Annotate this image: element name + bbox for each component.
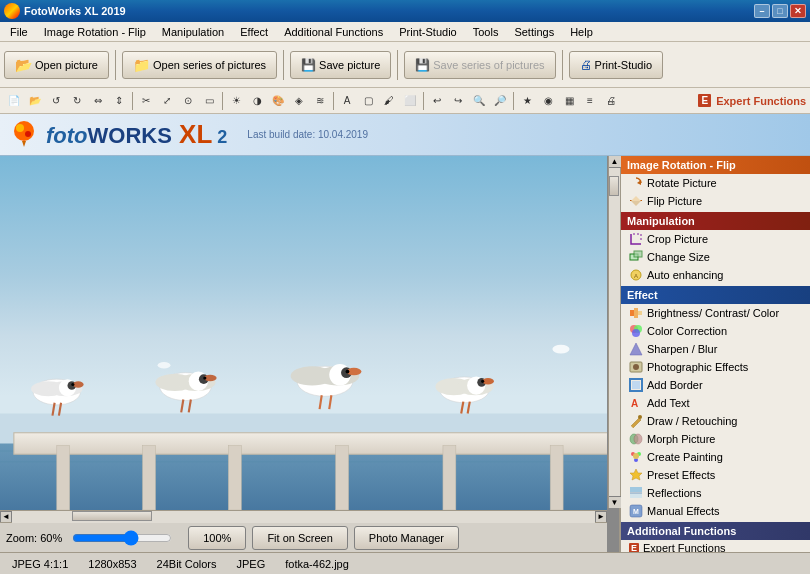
bottom-controls: Zoom: 60% 100% Fit on Screen Photo Manag…: [0, 522, 607, 552]
panel-item-create-painting[interactable]: Create Painting: [621, 448, 810, 466]
panel-item-crop-picture[interactable]: Crop Picture: [621, 230, 810, 248]
brightness-label: Brightness/ Contrast/ Color: [647, 307, 779, 319]
maximize-button[interactable]: □: [772, 4, 788, 18]
scroll-down-button[interactable]: ▼: [609, 496, 621, 508]
tb-batch-icon[interactable]: ≡: [580, 91, 600, 111]
menu-effect[interactable]: Effect: [232, 24, 276, 40]
icon-sep-5: [513, 92, 514, 110]
tb-rotate-right-icon[interactable]: ↻: [67, 91, 87, 111]
tb-color-icon[interactable]: 🎨: [268, 91, 288, 111]
tb-redo-icon[interactable]: ↪: [448, 91, 468, 111]
panel-item-expert-functions[interactable]: E Expert Functions: [621, 540, 810, 552]
zoom-slider[interactable]: [72, 531, 172, 545]
tb-zoom-in-icon[interactable]: 🔍: [469, 91, 489, 111]
canvas-area: [0, 156, 607, 510]
add-text-label: Add Text: [647, 397, 690, 409]
panel-item-sharpen-blur[interactable]: Sharpen / Blur: [621, 340, 810, 358]
draw-retouching-icon: [629, 414, 643, 428]
tb-new-icon[interactable]: 📄: [4, 91, 24, 111]
menu-image-rotation[interactable]: Image Rotation - Flip: [36, 24, 154, 40]
close-button[interactable]: ✕: [790, 4, 806, 18]
scroll-thumb-v[interactable]: [609, 176, 619, 196]
menu-settings[interactable]: Settings: [506, 24, 562, 40]
panel-item-draw-retouching[interactable]: Draw / Retouching: [621, 412, 810, 430]
svg-rect-14: [443, 446, 456, 510]
flip-picture-label: Flip Picture: [647, 195, 702, 207]
horizontal-scrollbar[interactable]: ◄ ►: [0, 510, 607, 522]
btn-100[interactable]: 100%: [188, 526, 246, 550]
panel-item-manual-effects[interactable]: M Manual Effects: [621, 502, 810, 520]
tb-erase-icon[interactable]: ⬜: [400, 91, 420, 111]
expert-functions-label[interactable]: Expert Functions: [716, 95, 806, 107]
menu-help[interactable]: Help: [562, 24, 601, 40]
panel-item-morph-picture[interactable]: Morph Picture: [621, 430, 810, 448]
tb-sharpen-icon[interactable]: ◈: [289, 91, 309, 111]
tb-brightness-icon[interactable]: ☀: [226, 91, 246, 111]
btn-photo-manager[interactable]: Photo Manager: [354, 526, 459, 550]
manual-effects-label: Manual Effects: [647, 505, 720, 517]
scroll-thumb-h[interactable]: [72, 511, 152, 521]
rotate-picture-label: Rotate Picture: [647, 177, 717, 189]
save-series-button[interactable]: 💾 Save series of pictures: [404, 51, 555, 79]
panel-item-add-border[interactable]: Add Border: [621, 376, 810, 394]
tb-open-icon[interactable]: 📂: [25, 91, 45, 111]
tb-crop-icon[interactable]: ✂: [136, 91, 156, 111]
svg-point-40: [346, 370, 350, 374]
svg-rect-3: [0, 156, 607, 456]
tb-resize-icon[interactable]: ⤢: [157, 91, 177, 111]
svg-point-68: [633, 364, 639, 370]
print-studio-button[interactable]: 🖨 Print-Studio: [569, 51, 663, 79]
svg-rect-62: [638, 311, 642, 315]
panel-item-change-size[interactable]: Change Size: [621, 248, 810, 266]
section-header-rotation: Image Rotation - Flip: [621, 156, 810, 174]
tb-lasso-icon[interactable]: ⊙: [178, 91, 198, 111]
add-border-label: Add Border: [647, 379, 703, 391]
tb-text-icon[interactable]: A: [337, 91, 357, 111]
svg-rect-57: [634, 251, 642, 257]
tb-effects-icon[interactable]: ★: [517, 91, 537, 111]
build-date: Last build date: 10.04.2019: [247, 129, 368, 140]
vertical-scrollbar[interactable]: ▲ ▼: [608, 156, 620, 508]
tb-rotate-left-icon[interactable]: ↺: [46, 91, 66, 111]
tb-paint-icon[interactable]: 🖌: [379, 91, 399, 111]
tb-border-icon[interactable]: ▢: [358, 91, 378, 111]
panel-item-rotate-picture[interactable]: Rotate Picture: [621, 174, 810, 192]
menu-tools[interactable]: Tools: [465, 24, 507, 40]
zoom-label: Zoom: 60%: [6, 532, 62, 544]
open-series-button[interactable]: 📁 Open series of pictures: [122, 51, 277, 79]
svg-point-1: [16, 124, 24, 132]
save-picture-button[interactable]: 💾 Save picture: [290, 51, 391, 79]
tb-flip-v-icon[interactable]: ⇕: [109, 91, 129, 111]
scroll-up-button[interactable]: ▲: [609, 156, 621, 168]
panel-item-photographic-effects[interactable]: Photographic Effects: [621, 358, 810, 376]
status-filename: fotka-462.jpg: [285, 558, 349, 570]
scroll-left-button[interactable]: ◄: [0, 511, 12, 523]
panel-item-auto-enhancing[interactable]: A Auto enhancing: [621, 266, 810, 284]
menu-file[interactable]: File: [2, 24, 36, 40]
tb-morph-icon[interactable]: ◉: [538, 91, 558, 111]
open-picture-button[interactable]: 📂 Open picture: [4, 51, 109, 79]
tb-undo-icon[interactable]: ↩: [427, 91, 447, 111]
panel-item-preset-effects[interactable]: Preset Effects: [621, 466, 810, 484]
menu-print-studio[interactable]: Print-Studio: [391, 24, 464, 40]
menu-additional-functions[interactable]: Additional Functions: [276, 24, 391, 40]
panel-item-color-correction[interactable]: Color Correction: [621, 322, 810, 340]
photographic-effects-icon: [629, 360, 643, 374]
panel-item-reflections[interactable]: Reflections: [621, 484, 810, 502]
minimize-button[interactable]: –: [754, 4, 770, 18]
scroll-right-button[interactable]: ►: [595, 511, 607, 523]
panel-item-brightness[interactable]: Brightness/ Contrast/ Color: [621, 304, 810, 322]
tb-blur-icon[interactable]: ≋: [310, 91, 330, 111]
menu-manipulation[interactable]: Manipulation: [154, 24, 232, 40]
btn-fit[interactable]: Fit on Screen: [252, 526, 347, 550]
tb-flip-h-icon[interactable]: ⇔: [88, 91, 108, 111]
svg-rect-9: [14, 433, 607, 454]
status-dimensions: 1280x853: [88, 558, 136, 570]
tb-select-icon[interactable]: ▭: [199, 91, 219, 111]
panel-item-flip-picture[interactable]: Flip Picture: [621, 192, 810, 210]
tb-print-icon[interactable]: 🖨: [601, 91, 621, 111]
tb-contrast-icon[interactable]: ◑: [247, 91, 267, 111]
tb-collage-icon[interactable]: ▦: [559, 91, 579, 111]
tb-zoom-out-icon[interactable]: 🔎: [490, 91, 510, 111]
panel-item-add-text[interactable]: A Add Text: [621, 394, 810, 412]
